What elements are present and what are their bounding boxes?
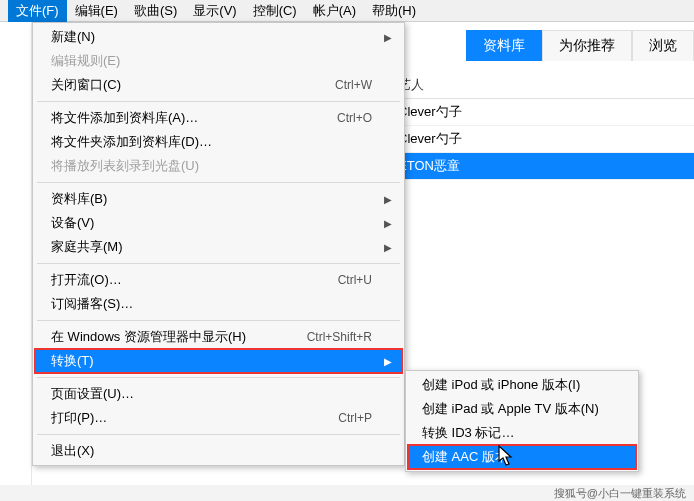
menu-help[interactable]: 帮助(H) (364, 0, 424, 22)
menu-item: 编辑规则(E) (35, 49, 402, 73)
menu-item-label: 新建(N) (51, 28, 372, 46)
menu-account[interactable]: 帐户(A) (305, 0, 364, 22)
menu-item[interactable]: 在 Windows 资源管理器中显示(H)Ctrl+Shift+R (35, 325, 402, 349)
menu-item-shortcut: Ctrl+P (338, 411, 372, 425)
menu-item-label: 退出(X) (51, 442, 372, 460)
tab-browse[interactable]: 浏览 (632, 30, 694, 61)
menu-item[interactable]: 打印(P)…Ctrl+P (35, 406, 402, 430)
sidebar-placeholder (0, 22, 32, 485)
chevron-right-icon: ▶ (384, 32, 392, 43)
chevron-right-icon: ▶ (384, 194, 392, 205)
menu-file[interactable]: 文件(F) (8, 0, 67, 22)
menu-item-label: 打印(P)… (51, 409, 318, 427)
menu-item[interactable]: 将文件夹添加到资料库(D)… (35, 130, 402, 154)
menu-control[interactable]: 控制(C) (245, 0, 305, 22)
col-artist-header[interactable]: 艺人 (388, 76, 694, 94)
menu-item-label: 将文件夹添加到资料库(D)… (51, 133, 372, 151)
submenu-item-label: 创建 iPad 或 Apple TV 版本(N) (422, 400, 620, 418)
tab-for-you[interactable]: 为你推荐 (542, 30, 632, 61)
convert-submenu: 创建 iPod 或 iPhone 版本(I)创建 iPad 或 Apple TV… (405, 370, 639, 472)
menu-item-label: 资料库(B) (51, 190, 372, 208)
chevron-right-icon: ▶ (384, 356, 392, 367)
submenu-item[interactable]: 创建 AAC 版本 (408, 445, 636, 469)
menu-item[interactable]: 将文件添加到资料库(A)…Ctrl+O (35, 106, 402, 130)
menu-item-shortcut: Ctrl+W (335, 78, 372, 92)
tabs: 资料库 为你推荐 浏览 (466, 30, 694, 61)
menu-item[interactable]: 订阅播客(S)… (35, 292, 402, 316)
menu-song[interactable]: 歌曲(S) (126, 0, 185, 22)
submenu-item[interactable]: 转换 ID3 标记… (408, 421, 636, 445)
submenu-item[interactable]: 创建 iPad 或 Apple TV 版本(N) (408, 397, 636, 421)
menu-item[interactable]: 关闭窗口(C)Ctrl+W (35, 73, 402, 97)
menu-item-shortcut: Ctrl+Shift+R (307, 330, 372, 344)
menu-item-label: 转换(T) (51, 352, 372, 370)
menu-item-label: 家庭共享(M) (51, 238, 372, 256)
menu-edit[interactable]: 编辑(E) (67, 0, 126, 22)
menu-view[interactable]: 显示(V) (185, 0, 244, 22)
file-menu: 新建(N)▶编辑规则(E)关闭窗口(C)Ctrl+W将文件添加到资料库(A)…C… (32, 22, 405, 466)
chevron-right-icon: ▶ (384, 242, 392, 253)
menu-item-label: 将播放列表刻录到光盘(U) (51, 157, 372, 175)
menu-item-label: 页面设置(U)… (51, 385, 372, 403)
menu-item[interactable]: 打开流(O)…Ctrl+U (35, 268, 402, 292)
track-artist: Clever勺子 (388, 103, 694, 121)
menu-item-label: 设备(V) (51, 214, 372, 232)
watermark: 搜狐号@小白一键重装系统 (0, 485, 694, 501)
track-artist: ETON恶童 (388, 157, 694, 175)
submenu-item-label: 转换 ID3 标记… (422, 424, 620, 442)
submenu-item[interactable]: 创建 iPod 或 iPhone 版本(I) (408, 373, 636, 397)
menu-item[interactable]: 设备(V)▶ (35, 211, 402, 235)
menu-item[interactable]: 资料库(B)▶ (35, 187, 402, 211)
menubar: 文件(F) 编辑(E) 歌曲(S) 显示(V) 控制(C) 帐户(A) 帮助(H… (0, 0, 694, 22)
menu-item-shortcut: Ctrl+O (337, 111, 372, 125)
menu-item-shortcut: Ctrl+U (338, 273, 372, 287)
menu-item-label: 编辑规则(E) (51, 52, 372, 70)
menu-item-label: 关闭窗口(C) (51, 76, 315, 94)
submenu-item-label: 创建 AAC 版本 (422, 448, 620, 466)
menu-item-label: 订阅播客(S)… (51, 295, 372, 313)
track-artist: Clever勺子 (388, 130, 694, 148)
tab-library[interactable]: 资料库 (466, 30, 542, 61)
menu-item[interactable]: 新建(N)▶ (35, 25, 402, 49)
menu-item-label: 打开流(O)… (51, 271, 318, 289)
submenu-item-label: 创建 iPod 或 iPhone 版本(I) (422, 376, 620, 394)
menu-item[interactable]: 页面设置(U)… (35, 382, 402, 406)
chevron-right-icon: ▶ (384, 218, 392, 229)
menu-item-label: 将文件添加到资料库(A)… (51, 109, 317, 127)
menu-item: 将播放列表刻录到光盘(U) (35, 154, 402, 178)
menu-item[interactable]: 家庭共享(M)▶ (35, 235, 402, 259)
menu-item-label: 在 Windows 资源管理器中显示(H) (51, 328, 287, 346)
menu-item[interactable]: 转换(T)▶ (35, 349, 402, 373)
menu-item[interactable]: 退出(X) (35, 439, 402, 463)
